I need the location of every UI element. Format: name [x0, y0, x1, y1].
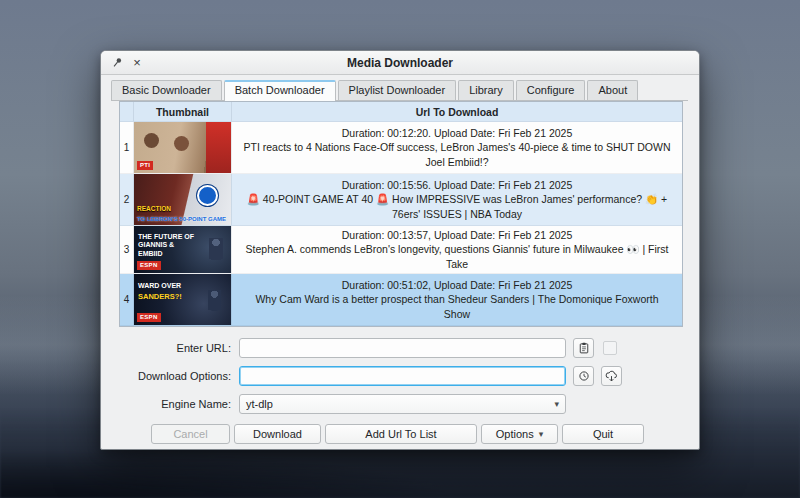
video-duration: Duration: 00:13:57, Upload Date: Fri Feb…	[342, 228, 573, 242]
cloud-download-icon	[605, 370, 618, 383]
thumbnail-text: THE FUTURE OF GIANNIS & EMBIID	[138, 233, 198, 258]
video-thumbnail: WARD OVER SANDERS?! ESPN	[134, 274, 232, 326]
chevron-down-icon: ▾	[554, 399, 559, 409]
video-thumbnail: PTI	[134, 122, 232, 174]
tab-batch-downloader[interactable]: Batch Downloader	[224, 80, 336, 101]
cancel-button[interactable]: Cancel	[151, 424, 230, 444]
video-duration: Duration: 00:12:20. Upload Date: Fri Feb…	[342, 126, 573, 140]
video-duration: Duration: 00:51:02, Upload Date: Fri Feb…	[342, 278, 573, 292]
row-number: 4	[120, 274, 134, 326]
download-defaults-button[interactable]	[601, 366, 622, 386]
engine-name-label: Engine Name:	[131, 398, 231, 410]
desktop-background: × Media Downloader Basic Downloader Batc…	[0, 0, 800, 498]
row-number: 1	[120, 122, 134, 174]
titlebar[interactable]: × Media Downloader	[101, 51, 699, 75]
tab-playlist-downloader[interactable]: Playlist Downloader	[338, 80, 457, 100]
download-options-input[interactable]	[239, 366, 566, 386]
thumbnail-text: SANDERS?!	[138, 292, 182, 301]
row-number: 3	[120, 226, 134, 274]
video-title: PTI reacts to 4 Nations Face-Off success…	[242, 140, 672, 168]
thumbnail-graphic	[197, 185, 218, 206]
video-thumbnail: REACTION TO LEBRON'S 50-POINT GAME	[134, 174, 232, 226]
paste-clipboard-button[interactable]	[573, 338, 594, 358]
options-menu-button[interactable]: Options ▾	[481, 424, 558, 444]
video-duration: Duration: 00:15:56. Upload Date: Fri Feb…	[342, 178, 573, 192]
download-button[interactable]: Download	[234, 424, 321, 444]
clipboard-monitor-checkbox[interactable]	[603, 341, 617, 355]
tab-bar: Basic Downloader Batch Downloader Playli…	[111, 79, 688, 101]
video-title: Stephen A. commends LeBron's longevity, …	[242, 242, 672, 270]
thumbnail-text: REACTION	[137, 205, 171, 212]
tab-basic-downloader[interactable]: Basic Downloader	[111, 80, 222, 100]
download-list-table: Thumbnail Url To Download 1 PTI Duration…	[119, 101, 683, 327]
corner-header	[120, 102, 134, 122]
video-info: Duration: 00:51:02, Upload Date: Fri Feb…	[232, 274, 682, 326]
engine-select[interactable]: yt-dlp ▾	[239, 394, 566, 414]
pin-icon[interactable]	[109, 55, 125, 71]
thumbnail-text: WARD OVER	[138, 282, 181, 289]
chevron-down-icon: ▾	[539, 429, 544, 439]
video-info: Duration: 00:12:20. Upload Date: Fri Feb…	[232, 122, 682, 174]
thumbnail-badge: PTI	[137, 161, 153, 170]
column-header-url[interactable]: Url To Download	[232, 102, 682, 122]
quit-button[interactable]: Quit	[562, 424, 644, 444]
options-history-button[interactable]	[573, 366, 594, 386]
thumbnail-badge: ESPN	[137, 261, 161, 270]
video-thumbnail: THE FUTURE OF GIANNIS & EMBIID ESPN	[134, 226, 232, 274]
add-url-to-list-button[interactable]: Add Url To List	[325, 424, 477, 444]
clipboard-icon	[578, 342, 590, 354]
tab-about[interactable]: About	[587, 80, 638, 100]
download-options-label: Download Options:	[131, 370, 231, 382]
video-info: Duration: 00:13:57, Upload Date: Fri Feb…	[232, 226, 682, 274]
thumbnail-badge: ESPN	[137, 313, 161, 322]
column-header-thumbnail[interactable]: Thumbnail	[134, 102, 232, 122]
url-input[interactable]	[239, 338, 566, 358]
tab-configure[interactable]: Configure	[516, 80, 586, 100]
video-title: 🚨 40-POINT GAME AT 40 🚨 How IMPRESSIVE w…	[242, 192, 672, 220]
thumbnail-text: TO LEBRON'S 50-POINT GAME	[137, 216, 226, 222]
engine-selected-value: yt-dlp	[246, 398, 549, 410]
tab-library[interactable]: Library	[458, 80, 514, 100]
window-title: Media Downloader	[101, 56, 699, 70]
app-window: × Media Downloader Basic Downloader Batc…	[100, 50, 700, 450]
enter-url-label: Enter URL:	[131, 342, 231, 354]
action-button-row: Cancel Download Add Url To List Options …	[151, 424, 644, 444]
video-title: Why Cam Ward is a better prospect than S…	[242, 292, 672, 320]
row-number: 2	[120, 174, 134, 226]
options-button-label: Options	[496, 428, 534, 440]
video-info: Duration: 00:15:56. Upload Date: Fri Feb…	[232, 174, 682, 226]
close-icon[interactable]: ×	[129, 55, 145, 71]
history-clock-icon	[578, 370, 590, 382]
